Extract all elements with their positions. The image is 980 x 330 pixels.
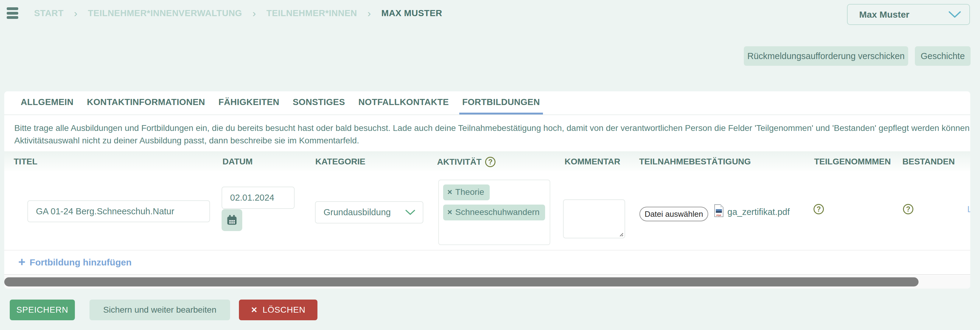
column-header-aktivitaet: AKTIVITÄT ? <box>437 157 495 167</box>
fortbildungen-panel: ALLGEMEIN KONTAKTINFORMATIONEN FÄHIGKEIT… <box>4 91 970 289</box>
teilnehmer-detail-page: START › TEILNEHMER*INNENVERWALTUNG › TEI… <box>0 0 980 330</box>
bestanden-help-icon[interactable]: ? <box>903 204 913 214</box>
save-button[interactable]: SPEICHERN <box>10 300 75 320</box>
breadcrumb-start[interactable]: START <box>34 8 64 18</box>
datum-input[interactable] <box>221 187 294 209</box>
svg-text:PDF: PDF <box>716 214 721 217</box>
tab-notfallkontakte[interactable]: NOTFALLKONTAKTE <box>355 91 452 115</box>
chevron-down-icon <box>948 11 961 19</box>
teilgenommen-help-icon[interactable]: ? <box>813 204 824 214</box>
delete-button-label: LÖSCHEN <box>262 305 305 315</box>
add-fortbildung-label: Fortbildung hinzufügen <box>30 257 132 268</box>
tab-bar: ALLGEMEIN KONTAKTINFORMATIONEN FÄHIGKEIT… <box>4 91 970 115</box>
feedback-request-button[interactable]: Rückmeldungsaufforderung verschicken <box>744 46 908 66</box>
kommentar-cell <box>563 199 625 238</box>
history-button[interactable]: Geschichte <box>915 46 970 66</box>
column-header-bestanden: BESTANDEN <box>902 157 955 166</box>
file-select-button[interactable]: Datei auswählen <box>640 207 708 221</box>
pdf-file-icon: PDF <box>714 204 724 217</box>
aktivitaet-tag-theorie: × Theorie <box>443 185 490 200</box>
uploaded-file-link[interactable]: ga_zertifikat.pdf <box>727 207 790 217</box>
chevron-right-icon: › <box>252 8 256 18</box>
intro-line-2: Aktivitätsauswahl nicht zu deiner Ausbil… <box>14 134 970 147</box>
intro-line-1: Bitte trage alle Ausbildungen und Fortbi… <box>14 122 970 134</box>
aktivitaet-multiselect[interactable]: × Theorie × Schneeschuhwandern <box>438 180 550 245</box>
scrollbar-thumb[interactable] <box>4 277 918 287</box>
breadcrumb-verwaltung[interactable]: TEILNEHMER*INNENVERWALTUNG <box>88 8 242 18</box>
remove-tag-icon[interactable]: × <box>447 188 452 196</box>
delete-button[interactable]: ✕ LÖSCHEN <box>239 300 317 320</box>
column-header-titel: TITEL <box>14 157 37 166</box>
tab-faehigkeiten[interactable]: FÄHIGKEITEN <box>215 91 282 115</box>
plus-icon: + <box>18 256 25 268</box>
menu-bar <box>7 16 18 19</box>
column-header-kategorie: KATEGORIE <box>315 157 365 166</box>
tag-label: Schneeschuhwandern <box>455 207 539 217</box>
intro-text: Bitte trage alle Ausbildungen und Fortbi… <box>14 122 970 147</box>
column-header-datum: DATUM <box>223 157 253 166</box>
chevron-right-icon: › <box>368 8 371 18</box>
user-dropdown-value: Max Muster <box>859 10 909 20</box>
tab-fortbildungen[interactable]: FORTBILDUNGEN <box>459 91 543 115</box>
tab-sonstiges[interactable]: SONSTIGES <box>290 91 348 115</box>
calendar-icon <box>226 214 238 226</box>
add-fortbildung-button[interactable]: + Fortbildung hinzufügen <box>18 256 132 268</box>
kategorie-select-value: Grundausbildung <box>323 207 391 217</box>
row-delete-link[interactable]: Löschen <box>967 204 970 214</box>
table-row: Grundausbildung × Theorie × Schneeschuhw… <box>4 171 970 250</box>
menu-bar <box>7 7 18 10</box>
titel-input[interactable] <box>27 200 210 222</box>
calendar-button[interactable] <box>221 209 242 231</box>
horizontal-scrollbar[interactable] <box>4 276 970 289</box>
menu-icon[interactable] <box>7 7 18 19</box>
close-icon: ✕ <box>251 305 258 315</box>
tab-kontaktinformationen[interactable]: KONTAKTINFORMATIONEN <box>84 91 208 115</box>
kommentar-textarea[interactable] <box>563 199 625 238</box>
column-header-kommentar: KOMMENTAR <box>565 157 620 166</box>
breadcrumb-current-max-muster: MAX MUSTER <box>381 8 442 18</box>
add-row: + Fortbildung hinzufügen <box>4 250 970 275</box>
user-dropdown[interactable]: Max Muster <box>847 4 970 25</box>
save-and-continue-button[interactable]: Sichern und weiter bearbeiten <box>89 300 230 320</box>
tag-label: Theorie <box>455 187 484 197</box>
breadcrumb-teilnehmer[interactable]: TEILNEHMER*INNEN <box>266 8 357 18</box>
chevron-down-icon <box>405 209 415 215</box>
aktivitaet-tag-schneeschuhwandern: × Schneeschuhwandern <box>443 204 545 220</box>
menu-bar <box>7 12 18 14</box>
column-header-teilgenommen: TEILGENOMMMEN <box>814 157 891 166</box>
table-header-row: TITEL DATUM KATEGORIE AKTIVITÄT ? KOMMEN… <box>4 151 970 171</box>
breadcrumb: START › TEILNEHMER*INNENVERWALTUNG › TEI… <box>34 8 442 18</box>
chevron-right-icon: › <box>74 8 78 18</box>
kategorie-select[interactable]: Grundausbildung <box>315 201 423 223</box>
help-icon[interactable]: ? <box>485 157 495 167</box>
column-header-teilnahmebestaetigung: TEILNAHMEBESTÄTIGUNG <box>639 157 751 166</box>
remove-tag-icon[interactable]: × <box>447 208 452 217</box>
tab-allgemein[interactable]: ALLGEMEIN <box>18 91 76 115</box>
